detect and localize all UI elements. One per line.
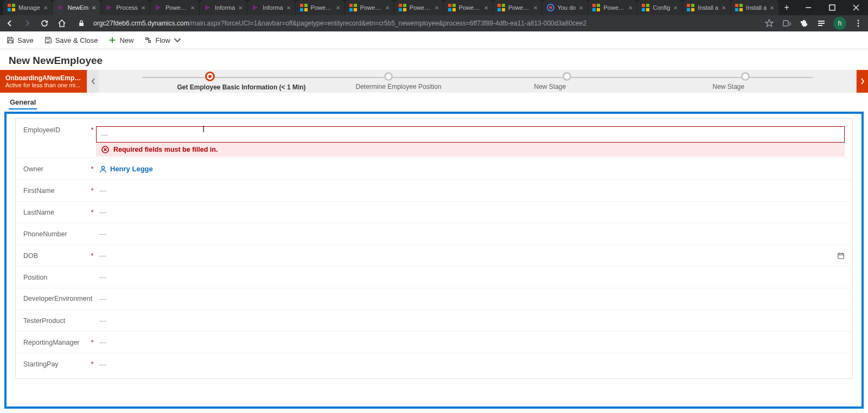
manager-input[interactable]: --- [96,338,845,346]
owner-lookup[interactable]: Henry Legge [96,165,845,173]
svg-rect-2 [8,8,11,11]
browser-tab[interactable]: Power F✕ [444,0,493,15]
svg-rect-28 [592,8,596,11]
field-label: DeveloperEnvironment [23,294,88,303]
browser-tab[interactable]: NewEm✕ [53,0,101,15]
browser-tab[interactable]: Process✕ [101,0,150,15]
close-icon[interactable]: ✕ [141,5,145,11]
save-button[interactable]: Save [7,36,34,44]
bpf-stage-1[interactable]: Determine Employee Position [299,72,477,91]
bpf-next-arrow[interactable] [856,70,868,93]
home-button[interactable] [56,19,67,28]
svg-rect-38 [735,4,738,7]
window-maximize-button[interactable] [820,0,844,15]
bpf-stage-2[interactable]: New Stage [477,72,656,91]
svg-point-25 [549,7,552,9]
position-input[interactable]: --- [96,273,845,281]
close-icon[interactable]: ✕ [770,5,774,11]
browser-tab[interactable]: Informa✕ [200,0,247,15]
svg-rect-4 [300,4,303,7]
star-icon[interactable] [764,19,775,28]
bpf-prev-arrow[interactable] [87,70,99,93]
browser-tab[interactable]: Config✕ [637,0,682,15]
devenv-input[interactable]: --- [96,295,845,303]
new-tab-button[interactable]: + [779,0,794,15]
save-close-label: Save & Close [55,36,98,44]
close-icon[interactable]: ✕ [92,5,96,11]
close-icon[interactable]: ✕ [43,5,48,11]
field-row-startingpay: StartingPay * --- [16,353,852,375]
firstname-input[interactable]: --- [96,186,845,195]
browser-tab[interactable]: Install a✕ [682,0,730,15]
browser-tab[interactable]: Manage✕ [3,0,52,15]
text-cursor-icon: I [202,125,205,134]
browser-tab[interactable]: Power F✕ [394,0,443,15]
field-placeholder: --- [101,131,108,139]
send-tab-icon[interactable] [781,19,792,28]
field-row-manager: ReportingManager * --- [16,332,852,353]
tab-general[interactable]: General [9,96,37,109]
close-icon[interactable]: ✕ [435,5,439,11]
close-icon[interactable]: ✕ [286,5,291,11]
form-section-selected: EmployeeID * --- I Required fields must … [4,112,864,409]
tab-favicon [204,4,212,11]
required-indicator: * [88,209,96,216]
extensions-icon[interactable] [799,19,809,28]
browser-tab[interactable]: Install a✕ [731,0,778,15]
calendar-icon[interactable] [837,252,845,260]
svg-rect-34 [687,4,690,7]
tab-title: Informa [263,4,283,11]
close-icon[interactable]: ✕ [484,5,488,11]
close-icon[interactable]: ✕ [385,5,390,11]
save-close-button[interactable]: Save & Close [44,36,98,44]
close-icon[interactable]: ✕ [628,5,633,11]
lastname-input[interactable]: --- [96,208,845,216]
close-icon[interactable]: ✕ [190,5,195,11]
svg-point-52 [858,23,859,24]
flow-button[interactable]: Flow [144,36,181,44]
startingpay-input[interactable]: --- [96,360,845,369]
chrome-menu-icon[interactable] [853,20,864,27]
close-icon[interactable]: ✕ [722,5,726,11]
browser-tab[interactable]: Power A✕ [150,0,199,15]
bpf-stage-3[interactable]: New Stage [656,72,834,91]
window-close-button[interactable] [844,0,868,15]
forward-button[interactable] [22,19,33,28]
required-indicator: * [88,252,96,260]
person-icon [99,165,107,173]
reading-list-icon[interactable] [816,19,827,28]
bpf-stage-0[interactable]: Get Employee Basic Information (< 1 Min) [120,72,299,91]
bpf-process-name: OnboardingANewEmplo... [5,74,81,82]
window-minimize-button[interactable] [796,0,820,15]
reload-button[interactable] [39,19,50,28]
bpf-process-status: Active for less than one mi... [5,82,81,88]
browser-tab[interactable]: Power F✕ [345,0,394,15]
phone-input[interactable]: --- [96,230,845,238]
employeeid-input[interactable]: --- I [96,126,845,143]
field-label: ReportingManager [23,339,88,346]
browser-tab[interactable]: Power F✕ [493,0,542,15]
testerprod-input[interactable]: --- [96,317,845,325]
browser-tab[interactable]: You do✕ [542,0,588,15]
svg-rect-7 [304,8,308,11]
close-icon[interactable]: ✕ [533,5,538,11]
owner-value: Henry Legge [110,165,153,173]
browser-tab[interactable]: Informa✕ [247,0,295,15]
tab-favicon [399,4,406,11]
new-button[interactable]: New [108,36,133,44]
browser-tab[interactable]: Power F✕ [588,0,637,15]
back-button[interactable] [4,19,15,28]
tab-favicon [547,4,554,11]
dob-input[interactable]: --- [96,251,845,260]
address-bar[interactable]: orgc27fdeb6.crm5.dynamics.com/main.aspx?… [93,20,757,27]
close-icon[interactable]: ✕ [579,5,583,11]
bpf-process-tag[interactable]: OnboardingANewEmplo... Active for less t… [0,70,87,93]
close-icon[interactable]: ✕ [336,5,340,11]
close-icon[interactable]: ✕ [673,5,678,11]
browser-tab[interactable]: Power F✕ [296,0,344,15]
svg-rect-13 [403,4,406,7]
close-icon[interactable]: ✕ [238,5,242,11]
bpf-stage-label: New Stage [534,83,599,91]
profile-button[interactable]: h [833,17,846,30]
svg-point-51 [858,20,859,22]
